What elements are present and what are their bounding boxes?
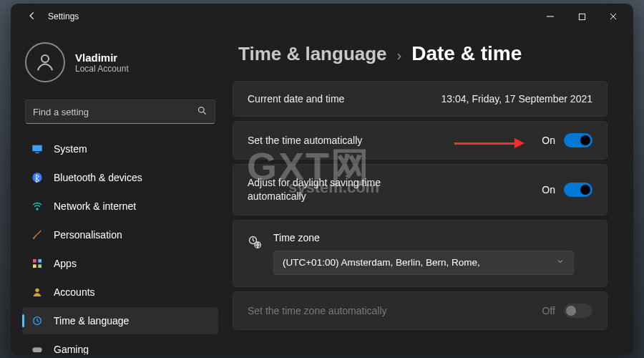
settings-window: Settings Vladimir Local Account: [11, 4, 633, 354]
apps-icon: [31, 257, 44, 270]
sidebar-item-label: Accounts: [54, 286, 95, 298]
titlebar: Settings: [11, 4, 633, 29]
window-title: Settings: [48, 11, 79, 21]
sidebar-item-label: Bluetooth & devices: [54, 172, 142, 183]
search-box[interactable]: [25, 100, 215, 124]
sidebar-item-time-language[interactable]: Time & language: [22, 307, 218, 334]
sidebar-item-accounts[interactable]: Accounts: [22, 279, 218, 306]
sidebar-item-bluetooth[interactable]: Bluetooth & devices: [22, 164, 218, 191]
clock-globe-icon: [31, 314, 44, 327]
breadcrumb-parent[interactable]: Time & language: [238, 43, 387, 65]
breadcrumb: Time & language › Date & time: [233, 42, 608, 65]
current-time-value: 13:04, Friday, 17 September 2021: [441, 93, 592, 105]
sidebar: Vladimir Local Account System: [11, 29, 225, 354]
minimize-button[interactable]: [535, 6, 566, 27]
sidebar-item-personalisation[interactable]: Personalisation: [22, 221, 218, 248]
auto-time-label: Set the time automatically: [248, 135, 362, 146]
chevron-right-icon: ›: [397, 47, 402, 64]
wifi-icon: [31, 200, 44, 213]
current-time-card: Current date and time 13:04, Friday, 17 …: [233, 81, 608, 117]
svg-rect-0: [579, 14, 585, 19]
sidebar-item-label: Gaming: [54, 344, 89, 354]
person-icon: [31, 286, 44, 299]
avatar: [25, 42, 65, 82]
clock-globe-icon: [248, 235, 262, 252]
svg-rect-3: [32, 145, 42, 152]
auto-tz-state: Off: [542, 305, 555, 316]
page-title: Date & time: [411, 42, 522, 65]
back-button[interactable]: [19, 11, 45, 23]
sidebar-item-label: Apps: [54, 258, 77, 269]
sidebar-item-system[interactable]: System: [22, 135, 218, 163]
timezone-selected: (UTC+01:00) Amsterdam, Berlin, Bern, Rom…: [283, 257, 480, 268]
sidebar-item-label: Personalisation: [54, 229, 122, 241]
sidebar-item-label: Time & language: [54, 315, 129, 326]
search-input[interactable]: [33, 107, 197, 117]
user-account-type: Local Account: [75, 64, 129, 74]
timezone-title: Time zone: [273, 232, 592, 243]
brush-icon: [31, 228, 44, 241]
svg-rect-13: [32, 347, 42, 352]
main-panel: Time & language › Date & time Current da…: [225, 29, 633, 354]
sidebar-item-gaming[interactable]: Gaming: [22, 336, 218, 354]
monitor-icon: [31, 142, 44, 155]
auto-time-state: On: [542, 135, 555, 146]
gamepad-icon: [31, 343, 44, 354]
dst-label-line2: automatically: [248, 190, 381, 203]
svg-point-1: [42, 55, 49, 62]
timezone-select[interactable]: (UTC+01:00) Amsterdam, Berlin, Bern, Rom…: [273, 251, 574, 275]
chevron-down-icon: [556, 257, 565, 268]
sidebar-item-network[interactable]: Network & internet: [22, 193, 218, 220]
search-icon: [197, 105, 208, 119]
user-block[interactable]: Vladimir Local Account: [22, 39, 218, 95]
auto-time-toggle[interactable]: [564, 133, 592, 147]
svg-rect-4: [35, 153, 39, 153]
svg-point-11: [35, 289, 39, 292]
svg-rect-10: [38, 264, 42, 268]
auto-tz-label: Set the time zone automatically: [248, 305, 387, 316]
svg-rect-8: [38, 259, 42, 263]
sidebar-item-apps[interactable]: Apps: [22, 250, 218, 277]
dst-card: Adjust for daylight saving time automati…: [233, 164, 608, 216]
auto-tz-toggle: [564, 304, 592, 318]
dst-state: On: [542, 184, 555, 195]
svg-point-6: [36, 208, 38, 210]
dst-label-line1: Adjust for daylight saving time: [248, 176, 381, 190]
nav-list: System Bluetooth & devices Network & int…: [22, 135, 218, 354]
auto-tz-card: Set the time zone automatically Off: [233, 291, 608, 330]
auto-time-card: Set the time automatically On: [233, 121, 608, 160]
close-button[interactable]: [597, 6, 629, 27]
sidebar-item-label: Network & internet: [54, 200, 136, 212]
svg-rect-7: [33, 259, 36, 263]
dst-toggle[interactable]: [564, 183, 592, 197]
svg-point-2: [199, 107, 205, 112]
timezone-card: Time zone (UTC+01:00) Amsterdam, Berlin,…: [233, 220, 608, 287]
sidebar-item-label: System: [54, 143, 87, 155]
svg-rect-9: [33, 264, 36, 268]
user-name: Vladimir: [75, 52, 129, 64]
maximize-button[interactable]: [566, 6, 597, 27]
bluetooth-icon: [31, 171, 44, 184]
current-time-label: Current date and time: [248, 93, 344, 105]
